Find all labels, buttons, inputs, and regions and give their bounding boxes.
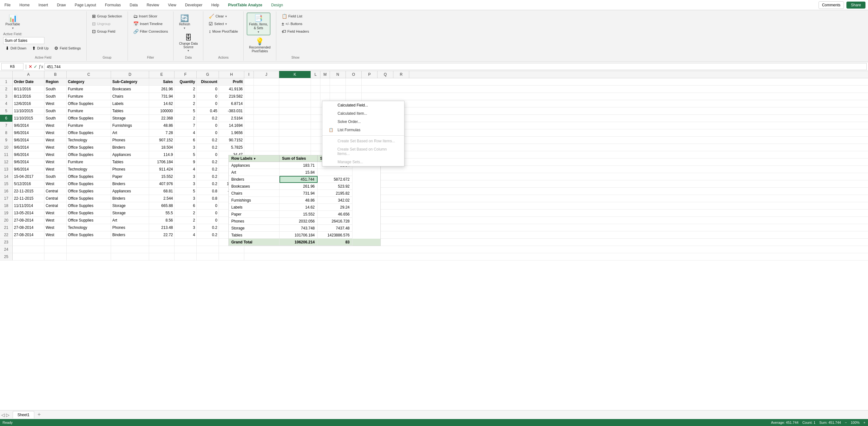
col-header-e[interactable]: E: [149, 71, 175, 78]
recommended-pivottables-button[interactable]: 💡 RecommendedPivotTables: [247, 36, 273, 55]
insert-slicer-button[interactable]: 🗂 Insert Slicer: [131, 13, 160, 20]
menu-developer[interactable]: Developer: [183, 2, 204, 8]
cell-g2[interactable]: 0: [197, 86, 219, 93]
cell-c13[interactable]: Technology: [67, 166, 111, 173]
menu-page-layout[interactable]: Page Layout: [73, 2, 98, 8]
cell-e17[interactable]: 2.544: [149, 195, 175, 202]
cell-f4[interactable]: 2: [175, 100, 197, 107]
row-num-14[interactable]: 14: [0, 173, 13, 180]
cell-c5[interactable]: Furniture: [67, 107, 111, 114]
col-header-c[interactable]: C: [67, 71, 111, 78]
cell-c6[interactable]: Office Supplies: [67, 115, 111, 122]
cell-a14[interactable]: 15-04-2017: [13, 173, 44, 180]
field-settings-button[interactable]: ⚙ Field Settings: [52, 45, 83, 52]
pivot-cell-qty[interactable]: 7437.48: [317, 225, 352, 232]
cell-d7[interactable]: Furnishings: [111, 122, 149, 129]
row-num-2[interactable]: 2: [0, 86, 13, 93]
cell-a5[interactable]: 11/10/2015: [13, 107, 44, 114]
row-num-7[interactable]: 7: [0, 122, 13, 129]
cell-a19[interactable]: 13-05-2014: [13, 209, 44, 217]
menu-view[interactable]: View: [166, 2, 178, 8]
menu-data[interactable]: Data: [128, 2, 140, 8]
share-button[interactable]: Share: [846, 2, 865, 8]
col-header-n[interactable]: N: [330, 71, 346, 78]
pivot-cell-qty[interactable]: 29.24: [317, 204, 352, 211]
cell-b10[interactable]: West: [44, 144, 67, 151]
cell-b6[interactable]: South: [44, 115, 67, 122]
cell-g14[interactable]: 0.2: [197, 173, 219, 180]
cell-e2[interactable]: 261.96: [149, 86, 175, 93]
dropdown-item-calculated-item[interactable]: Calculated Item...: [322, 109, 404, 118]
cell-e8[interactable]: 7.28: [149, 129, 175, 136]
cell-c4[interactable]: Office Supplies: [67, 100, 111, 107]
menu-review[interactable]: Review: [145, 2, 161, 8]
cell-d6[interactable]: Storage: [111, 115, 149, 122]
cell-g21[interactable]: 0.2: [197, 224, 219, 231]
cell-b5[interactable]: South: [44, 107, 67, 114]
pivot-cell-sales[interactable]: 743.748: [279, 225, 317, 232]
cell-g11[interactable]: 0: [197, 151, 219, 158]
insert-timeline-button[interactable]: 📅 Insert Timeline: [131, 20, 165, 27]
pivot-cell-qty[interactable]: 342.02: [317, 197, 352, 204]
sheet-area[interactable]: A B C D E F G H I J K L M N O P Q R: [0, 71, 868, 261]
cell-e6[interactable]: 22.368: [149, 115, 175, 122]
cell-d1[interactable]: Sub-Category: [111, 78, 149, 85]
cell-e5[interactable]: 100000: [149, 107, 175, 114]
zoom-in-button[interactable]: +: [864, 421, 865, 424]
row-num-18[interactable]: 18: [0, 202, 13, 209]
cell-b12[interactable]: West: [44, 159, 67, 165]
pivot-cell-qty[interactable]: 26416.728: [317, 218, 352, 225]
dropdown-item-col-set[interactable]: Create Set Based on Column Items...: [322, 145, 404, 158]
cell-h8[interactable]: 1.9656: [219, 129, 244, 136]
move-pivottable-button[interactable]: ↕ Move PivotTable: [207, 28, 240, 35]
cell-g9[interactable]: 0.2: [197, 137, 219, 143]
row-num-19[interactable]: 19: [0, 209, 13, 217]
cell-a2[interactable]: 8/11/2016: [13, 86, 44, 93]
menu-insert[interactable]: Insert: [36, 2, 50, 8]
cell-e20[interactable]: 8.56: [149, 217, 175, 224]
cell-c2[interactable]: Furniture: [67, 86, 111, 93]
cell-b1[interactable]: Region: [44, 78, 67, 85]
menu-draw[interactable]: Draw: [55, 2, 68, 8]
col-header-p[interactable]: P: [362, 71, 377, 78]
refresh-button[interactable]: 🔄 Refresh ▾: [177, 13, 192, 31]
cell-e1[interactable]: Sales: [149, 78, 175, 85]
cell-e16[interactable]: 68.81: [149, 188, 175, 195]
row-num-25[interactable]: 25: [0, 253, 13, 260]
ungroup-button[interactable]: ⊟ Ungroup: [90, 20, 113, 27]
dropdown-item-list-formulas[interactable]: 📋 List Formulas: [322, 126, 404, 134]
pivot-cell-sales[interactable]: 183.71: [279, 162, 317, 169]
cell-b13[interactable]: West: [44, 166, 67, 173]
row-num-21[interactable]: 21: [0, 224, 13, 231]
pivot-cell-sales[interactable]: 731.94: [279, 190, 317, 197]
cell-d13[interactable]: Phones: [111, 166, 149, 173]
menu-file[interactable]: File: [3, 2, 12, 8]
group-field-button[interactable]: ⊡ Group Field: [90, 28, 117, 35]
cell-g22[interactable]: 0.2: [197, 231, 219, 238]
row-num-8[interactable]: 8: [0, 129, 13, 136]
pivot-cell-label[interactable]: Bookcases: [229, 183, 279, 190]
cell-f9[interactable]: 6: [175, 137, 197, 143]
cell-h3[interactable]: 219.582: [219, 93, 244, 100]
cell-c15[interactable]: Office Supplies: [67, 181, 111, 187]
cell-h5[interactable]: -383.031: [219, 107, 244, 114]
cell-a9[interactable]: 9/6/2014: [13, 137, 44, 143]
cell-b9[interactable]: West: [44, 137, 67, 143]
cell-a20[interactable]: 27-08-2014: [13, 217, 44, 224]
cell-g15[interactable]: 0.2: [197, 181, 219, 187]
cell-d8[interactable]: Art: [111, 129, 149, 136]
cell-g6[interactable]: 0.2: [197, 115, 219, 122]
col-header-m[interactable]: M: [320, 71, 330, 78]
cell-a12[interactable]: 9/6/2014: [13, 159, 44, 165]
cell-f1[interactable]: Quantity: [175, 78, 197, 85]
pivot-cell-qty[interactable]: 523.92: [317, 183, 352, 190]
pivot-cell-label[interactable]: Storage: [229, 225, 279, 232]
cell-f22[interactable]: 4: [175, 231, 197, 238]
cell-h7[interactable]: 14.1694: [219, 122, 244, 129]
cell-g10[interactable]: 0.2: [197, 144, 219, 151]
cell-g3[interactable]: 0: [197, 93, 219, 100]
pivot-cell-sales[interactable]: 451.744: [279, 176, 317, 183]
pivot-cell-sales[interactable]: 261.96: [279, 183, 317, 190]
cell-b21[interactable]: West: [44, 224, 67, 231]
cell-e9[interactable]: 907.152: [149, 137, 175, 143]
